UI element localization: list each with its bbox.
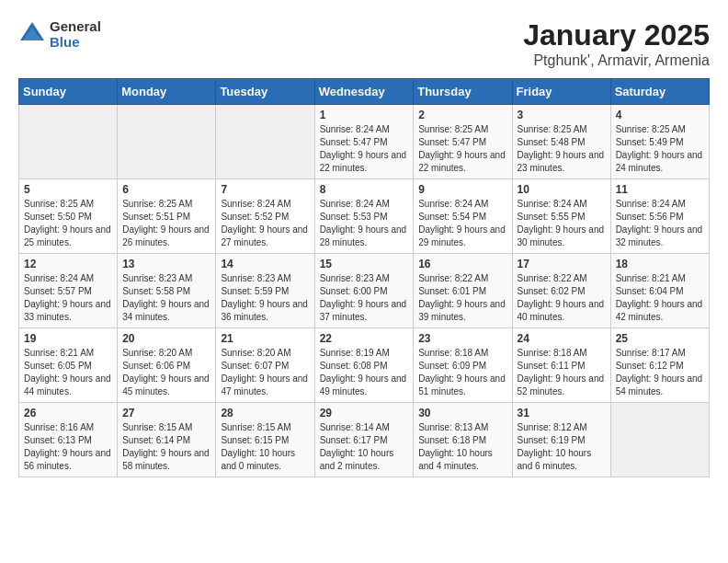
calendar-cell: [19, 105, 118, 179]
calendar-cell: 16Sunrise: 8:22 AM Sunset: 6:01 PM Dayli…: [414, 254, 512, 328]
calendar-cell: 31Sunrise: 8:12 AM Sunset: 6:19 PM Dayli…: [512, 403, 610, 477]
day-info: Sunrise: 8:17 AM Sunset: 6:12 PM Dayligh…: [616, 347, 704, 398]
calendar-cell: 30Sunrise: 8:13 AM Sunset: 6:18 PM Dayli…: [414, 403, 512, 477]
calendar-week-5: 26Sunrise: 8:16 AM Sunset: 6:13 PM Dayli…: [19, 403, 710, 477]
calendar-cell: 19Sunrise: 8:21 AM Sunset: 6:05 PM Dayli…: [19, 328, 118, 403]
page-header: General Blue January 2025 Ptghunk', Arma…: [18, 18, 710, 69]
day-number: 9: [418, 183, 506, 196]
day-info: Sunrise: 8:23 AM Sunset: 5:58 PM Dayligh…: [122, 272, 210, 324]
day-number: 16: [418, 258, 506, 270]
calendar-cell: 23Sunrise: 8:18 AM Sunset: 6:09 PM Dayli…: [414, 328, 512, 403]
calendar-cell: [610, 403, 709, 477]
calendar-cell: 27Sunrise: 8:15 AM Sunset: 6:14 PM Dayli…: [118, 403, 216, 477]
calendar-cell: 17Sunrise: 8:22 AM Sunset: 6:02 PM Dayli…: [512, 254, 610, 328]
page-subtitle: Ptghunk', Armavir, Armenia: [523, 52, 710, 69]
calendar-cell: 11Sunrise: 8:24 AM Sunset: 5:56 PM Dayli…: [610, 179, 709, 254]
day-info: Sunrise: 8:22 AM Sunset: 6:02 PM Dayligh…: [518, 272, 606, 324]
calendar-cell: 1Sunrise: 8:24 AM Sunset: 5:47 PM Daylig…: [314, 105, 414, 179]
weekday-header-friday: Friday: [512, 79, 610, 105]
calendar-cell: [118, 105, 216, 179]
day-number: 2: [418, 109, 506, 121]
day-info: Sunrise: 8:12 AM Sunset: 6:19 PM Dayligh…: [518, 421, 606, 473]
day-info: Sunrise: 8:24 AM Sunset: 5:54 PM Dayligh…: [418, 198, 506, 249]
day-number: 15: [320, 258, 409, 270]
weekday-header-row: SundayMondayTuesdayWednesdayThursdayFrid…: [19, 79, 710, 105]
calendar-cell: 21Sunrise: 8:20 AM Sunset: 6:07 PM Dayli…: [216, 328, 314, 403]
day-info: Sunrise: 8:25 AM Sunset: 5:50 PM Dayligh…: [24, 198, 112, 249]
day-info: Sunrise: 8:18 AM Sunset: 6:11 PM Dayligh…: [518, 347, 606, 398]
day-info: Sunrise: 8:18 AM Sunset: 6:09 PM Dayligh…: [418, 347, 506, 398]
calendar-cell: 24Sunrise: 8:18 AM Sunset: 6:11 PM Dayli…: [512, 328, 610, 403]
day-number: 31: [518, 407, 606, 419]
logo-icon: [18, 20, 46, 48]
day-number: 12: [24, 258, 112, 270]
day-number: 22: [320, 332, 409, 345]
calendar-week-3: 12Sunrise: 8:24 AM Sunset: 5:57 PM Dayli…: [19, 254, 710, 328]
day-number: 14: [221, 258, 309, 270]
day-info: Sunrise: 8:21 AM Sunset: 6:04 PM Dayligh…: [616, 272, 704, 324]
weekday-header-wednesday: Wednesday: [314, 79, 414, 105]
day-number: 13: [122, 258, 210, 270]
day-number: 4: [616, 109, 704, 121]
calendar-cell: 25Sunrise: 8:17 AM Sunset: 6:12 PM Dayli…: [610, 328, 709, 403]
calendar-cell: 12Sunrise: 8:24 AM Sunset: 5:57 PM Dayli…: [19, 254, 118, 328]
day-info: Sunrise: 8:20 AM Sunset: 6:06 PM Dayligh…: [122, 347, 210, 398]
calendar-cell: 26Sunrise: 8:16 AM Sunset: 6:13 PM Dayli…: [19, 403, 118, 477]
day-number: 8: [320, 183, 409, 196]
day-number: 3: [518, 109, 606, 121]
day-info: Sunrise: 8:19 AM Sunset: 6:08 PM Dayligh…: [320, 347, 409, 398]
calendar-cell: 15Sunrise: 8:23 AM Sunset: 6:00 PM Dayli…: [314, 254, 414, 328]
calendar-cell: 29Sunrise: 8:14 AM Sunset: 6:17 PM Dayli…: [314, 403, 414, 477]
calendar-cell: 7Sunrise: 8:24 AM Sunset: 5:52 PM Daylig…: [216, 179, 314, 254]
calendar-cell: 5Sunrise: 8:25 AM Sunset: 5:50 PM Daylig…: [19, 179, 118, 254]
calendar-cell: [216, 105, 314, 179]
day-number: 17: [518, 258, 606, 270]
day-number: 11: [616, 183, 704, 196]
title-block: January 2025 Ptghunk', Armavir, Armenia: [523, 18, 710, 69]
day-number: 7: [221, 183, 309, 196]
day-info: Sunrise: 8:25 AM Sunset: 5:49 PM Dayligh…: [616, 123, 704, 175]
weekday-header-monday: Monday: [118, 79, 216, 105]
day-info: Sunrise: 8:24 AM Sunset: 5:52 PM Dayligh…: [221, 198, 309, 249]
page-title: January 2025: [523, 18, 710, 52]
calendar-cell: 8Sunrise: 8:24 AM Sunset: 5:53 PM Daylig…: [314, 179, 414, 254]
day-number: 26: [24, 407, 112, 419]
logo-text: General Blue: [50, 18, 101, 50]
weekday-header-tuesday: Tuesday: [216, 79, 314, 105]
calendar-cell: 18Sunrise: 8:21 AM Sunset: 6:04 PM Dayli…: [610, 254, 709, 328]
calendar-cell: 9Sunrise: 8:24 AM Sunset: 5:54 PM Daylig…: [414, 179, 512, 254]
day-info: Sunrise: 8:24 AM Sunset: 5:55 PM Dayligh…: [518, 198, 606, 249]
day-number: 1: [320, 109, 409, 121]
day-number: 24: [518, 332, 606, 345]
day-number: 23: [418, 332, 506, 345]
day-number: 30: [418, 407, 506, 419]
calendar-cell: 4Sunrise: 8:25 AM Sunset: 5:49 PM Daylig…: [610, 105, 709, 179]
day-info: Sunrise: 8:15 AM Sunset: 6:14 PM Dayligh…: [122, 421, 210, 473]
day-info: Sunrise: 8:25 AM Sunset: 5:47 PM Dayligh…: [418, 123, 506, 175]
day-info: Sunrise: 8:25 AM Sunset: 5:51 PM Dayligh…: [122, 198, 210, 249]
day-number: 25: [616, 332, 704, 345]
calendar-week-4: 19Sunrise: 8:21 AM Sunset: 6:05 PM Dayli…: [19, 328, 710, 403]
calendar-table: SundayMondayTuesdayWednesdayThursdayFrid…: [18, 78, 710, 477]
day-info: Sunrise: 8:22 AM Sunset: 6:01 PM Dayligh…: [418, 272, 506, 324]
day-number: 21: [221, 332, 309, 345]
weekday-header-sunday: Sunday: [19, 79, 118, 105]
weekday-header-thursday: Thursday: [414, 79, 512, 105]
day-info: Sunrise: 8:21 AM Sunset: 6:05 PM Dayligh…: [24, 347, 112, 398]
day-number: 29: [320, 407, 409, 419]
calendar-cell: 10Sunrise: 8:24 AM Sunset: 5:55 PM Dayli…: [512, 179, 610, 254]
day-info: Sunrise: 8:24 AM Sunset: 5:53 PM Dayligh…: [320, 198, 409, 249]
calendar-cell: 3Sunrise: 8:25 AM Sunset: 5:48 PM Daylig…: [512, 105, 610, 179]
day-number: 5: [24, 183, 112, 196]
calendar-cell: 20Sunrise: 8:20 AM Sunset: 6:06 PM Dayli…: [118, 328, 216, 403]
day-info: Sunrise: 8:23 AM Sunset: 6:00 PM Dayligh…: [320, 272, 409, 324]
day-info: Sunrise: 8:16 AM Sunset: 6:13 PM Dayligh…: [24, 421, 112, 473]
day-number: 19: [24, 332, 112, 345]
calendar-week-2: 5Sunrise: 8:25 AM Sunset: 5:50 PM Daylig…: [19, 179, 710, 254]
calendar-cell: 22Sunrise: 8:19 AM Sunset: 6:08 PM Dayli…: [314, 328, 414, 403]
day-info: Sunrise: 8:15 AM Sunset: 6:15 PM Dayligh…: [221, 421, 309, 473]
day-number: 28: [221, 407, 309, 419]
calendar-cell: 2Sunrise: 8:25 AM Sunset: 5:47 PM Daylig…: [414, 105, 512, 179]
day-info: Sunrise: 8:20 AM Sunset: 6:07 PM Dayligh…: [221, 347, 309, 398]
calendar-cell: 28Sunrise: 8:15 AM Sunset: 6:15 PM Dayli…: [216, 403, 314, 477]
